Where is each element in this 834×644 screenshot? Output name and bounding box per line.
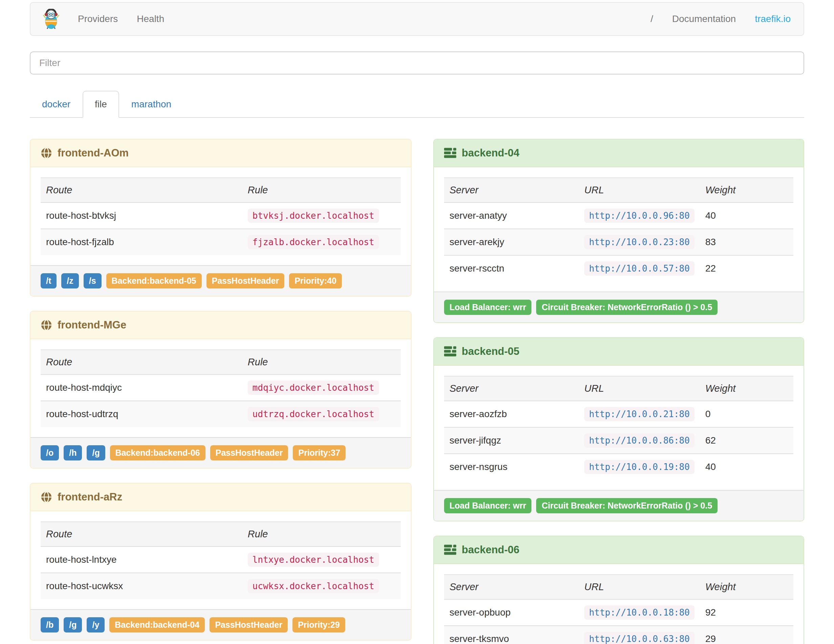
server-url: http://10.0.0.23:80 [584, 235, 694, 249]
server-name: server-opbuop [444, 599, 579, 626]
nav-documentation-link[interactable]: Documentation [663, 13, 745, 24]
servers-table: Server URL Weight server-anatyy http://1… [444, 177, 794, 282]
table-row: server-aozfzb http://10.0.0.21:80 0 [444, 401, 794, 427]
frontend-title: frontend-aRz [58, 491, 122, 503]
route-column-header: Route [40, 178, 242, 202]
nav-providers-link[interactable]: Providers [68, 13, 127, 24]
rule-value: lntxye.docker.localhost [248, 553, 379, 567]
entrypoint-badge: /s [84, 273, 102, 288]
frontend-card: frontend-aRz Route Rule route-host-lntx [30, 483, 412, 641]
backend-card-header: backend-05 [434, 338, 803, 366]
table-header-row: Route Rule [40, 350, 401, 374]
weight-column-header: Weight [700, 574, 794, 599]
tab-docker[interactable]: docker [30, 91, 82, 118]
priority-badge: Priority:37 [293, 445, 346, 461]
server-icon [444, 346, 456, 357]
server-weight: 62 [700, 427, 794, 454]
server-weight: 22 [700, 255, 794, 282]
entrypoint-badge: /z [61, 273, 79, 288]
table-row: server-rscctn http://10.0.0.57:80 22 [444, 255, 794, 282]
load-balancer-badge: Load Balancer: wrr [444, 299, 532, 315]
table-row: route-host-btvksj btvksj.docker.localhos… [40, 202, 401, 229]
entrypoint-badge: /o [40, 445, 59, 461]
entrypoint-badge: /h [64, 445, 82, 461]
filter-input[interactable] [30, 52, 804, 74]
frontend-card-header: frontend-AOm [31, 139, 411, 167]
route-name: route-host-udtrzq [40, 401, 242, 427]
server-url: http://10.0.0.21:80 [584, 407, 694, 421]
load-balancer-badge: Load Balancer: wrr [444, 498, 532, 513]
routes-table: Route Rule route-host-mdqiyc mdqiyc.dock… [40, 350, 401, 427]
server-column-header: Server [444, 178, 579, 202]
backend-ref-badge: Backend:backend-06 [110, 445, 205, 461]
table-row: route-host-mdqiyc mdqiyc.docker.localhos… [40, 374, 401, 401]
priority-badge: Priority:29 [293, 617, 345, 633]
traefik-brand[interactable] [34, 9, 68, 29]
navbar-right: / Documentation traefik.io [641, 13, 800, 24]
server-url: http://10.0.0.57:80 [584, 261, 694, 276]
table-row: server-nsgrus http://10.0.0.19:80 40 [444, 454, 794, 480]
table-header-row: Route Rule [40, 178, 401, 202]
server-column-header: Server [444, 574, 579, 599]
tab-marathon[interactable]: marathon [119, 91, 183, 118]
globe-icon [40, 147, 52, 159]
server-name: server-tksmvo [444, 626, 579, 644]
server-weight: 29 [700, 626, 794, 644]
frontend-card: frontend-AOm Route Rule route-host-btvk [30, 139, 412, 297]
table-row: server-jifqgz http://10.0.0.86:80 62 [444, 427, 794, 454]
nav-health-link[interactable]: Health [127, 13, 174, 24]
server-weight: 92 [700, 599, 794, 626]
table-header-row: Server URL Weight [444, 376, 794, 401]
rule-value: ucwksx.docker.localhost [248, 579, 379, 593]
backends-column: backend-04 Server URL Weight [433, 139, 804, 644]
route-name: route-host-mdqiyc [40, 374, 242, 401]
nav-separator: / [641, 13, 663, 24]
route-name: route-host-btvksj [40, 202, 242, 229]
provider-tabs: docker file marathon [30, 91, 804, 118]
rule-column-header: Rule [242, 522, 401, 547]
server-name: server-arekjy [444, 229, 579, 255]
route-column-header: Route [40, 350, 242, 374]
server-weight: 40 [700, 202, 794, 229]
backend-ref-badge: Backend:backend-05 [106, 273, 202, 288]
backend-title: backend-06 [462, 544, 520, 556]
frontend-card-header: frontend-MGe [31, 312, 411, 339]
server-url: http://10.0.0.19:80 [584, 460, 694, 474]
routes-table: Route Rule route-host-btvksj btvksj.dock… [40, 177, 401, 255]
rule-value: udtrzq.docker.localhost [248, 407, 379, 421]
frontend-card-body: Route Rule route-host-lntxye lntxye.dock… [31, 511, 411, 609]
servers-table: Server URL Weight server-aozfzb http://1… [444, 376, 794, 480]
globe-icon [40, 491, 52, 503]
table-header-row: Server URL Weight [444, 574, 794, 599]
nav-traefik-io-link[interactable]: traefik.io [745, 13, 800, 24]
route-name: route-host-ucwksx [40, 573, 242, 599]
rule-column-header: Rule [242, 178, 401, 202]
table-header-row: Route Rule [40, 522, 401, 547]
frontend-card-body: Route Rule route-host-btvksj btvksj.dock… [31, 167, 411, 265]
url-column-header: URL [579, 178, 700, 202]
entrypoint-badge: /g [64, 617, 82, 633]
frontend-card-body: Route Rule route-host-mdqiyc mdqiyc.dock… [31, 339, 411, 437]
entrypoint-badge: /b [40, 617, 59, 633]
route-name: route-host-fjzalb [40, 229, 242, 255]
server-name: server-aozfzb [444, 401, 579, 427]
url-column-header: URL [579, 376, 700, 401]
backend-ref-badge: Backend:backend-04 [109, 617, 205, 633]
backend-card: backend-04 Server URL Weight [433, 139, 804, 323]
table-row: server-arekjy http://10.0.0.23:80 83 [444, 229, 794, 255]
server-url: http://10.0.0.63:80 [584, 632, 694, 644]
entrypoint-badge: /g [87, 445, 105, 461]
table-header-row: Server URL Weight [444, 178, 794, 202]
frontends-column: frontend-AOm Route Rule route-host-btvk [30, 139, 412, 644]
rule-value: fjzalb.docker.localhost [248, 235, 379, 249]
backend-card: backend-05 Server URL Weight [433, 337, 804, 521]
table-row: server-tksmvo http://10.0.0.63:80 29 [444, 626, 794, 644]
globe-icon [40, 319, 52, 331]
server-url: http://10.0.0.86:80 [584, 434, 694, 448]
backend-card-body: Server URL Weight server-anatyy http://1… [434, 167, 803, 291]
servers-table: Server URL Weight server-opbuop http://1… [444, 574, 794, 644]
server-name: server-rscctn [444, 255, 579, 282]
circuit-breaker-badge: Circuit Breaker: NetworkErrorRatio () > … [536, 498, 718, 513]
tab-file[interactable]: file [82, 91, 119, 118]
weight-column-header: Weight [700, 376, 794, 401]
